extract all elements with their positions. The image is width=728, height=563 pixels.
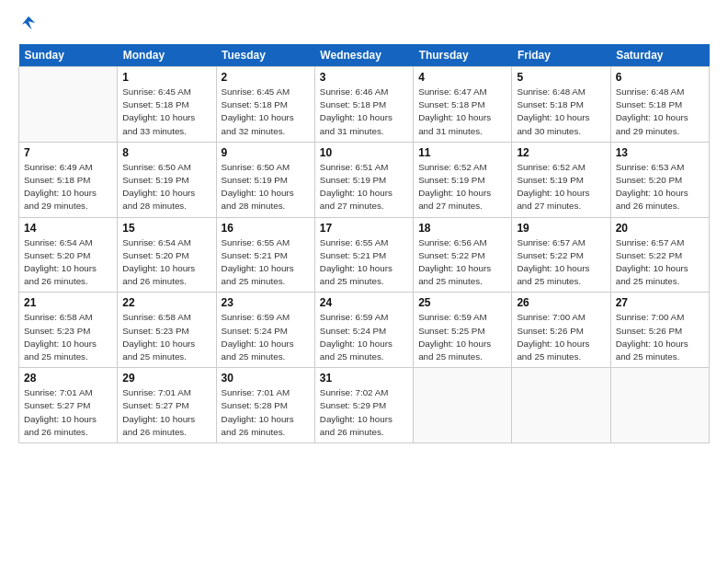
- day-info: Sunrise: 6:58 AMSunset: 5:23 PMDaylight:…: [122, 311, 210, 363]
- day-number: 5: [517, 71, 605, 84]
- calendar-week-row: 14Sunrise: 6:54 AMSunset: 5:20 PMDayligh…: [19, 217, 710, 293]
- day-info: Sunrise: 7:01 AMSunset: 5:27 PMDaylight:…: [24, 386, 112, 439]
- col-header-tuesday: Tuesday: [216, 44, 314, 67]
- calendar-cell: 20Sunrise: 6:57 AMSunset: 5:22 PMDayligh…: [610, 217, 709, 293]
- calendar-cell: 25Sunrise: 6:59 AMSunset: 5:25 PMDayligh…: [414, 293, 512, 368]
- day-number: 8: [122, 146, 210, 159]
- day-number: 12: [517, 146, 605, 159]
- day-number: 18: [418, 222, 506, 235]
- calendar-header-row: SundayMondayTuesdayWednesdayThursdayFrid…: [19, 44, 710, 67]
- calendar-week-row: 28Sunrise: 7:01 AMSunset: 5:27 PMDayligh…: [19, 368, 710, 443]
- day-info: Sunrise: 6:48 AMSunset: 5:18 PMDaylight:…: [517, 86, 605, 138]
- day-info: Sunrise: 6:55 AMSunset: 5:21 PMDaylight:…: [222, 236, 310, 289]
- day-info: Sunrise: 6:47 AMSunset: 5:18 PMDaylight:…: [418, 86, 506, 138]
- calendar-week-row: 7Sunrise: 6:49 AMSunset: 5:18 PMDaylight…: [19, 142, 710, 217]
- page: SundayMondayTuesdayWednesdayThursdayFrid…: [0, 0, 728, 563]
- calendar-cell: 19Sunrise: 6:57 AMSunset: 5:22 PMDayligh…: [512, 217, 610, 293]
- day-info: Sunrise: 6:49 AMSunset: 5:18 PMDaylight:…: [24, 161, 112, 213]
- calendar-cell: 4Sunrise: 6:47 AMSunset: 5:18 PMDaylight…: [414, 67, 512, 143]
- day-info: Sunrise: 6:55 AMSunset: 5:21 PMDaylight:…: [320, 236, 408, 289]
- day-info: Sunrise: 6:52 AMSunset: 5:19 PMDaylight:…: [517, 161, 605, 213]
- calendar-cell: 28Sunrise: 7:01 AMSunset: 5:27 PMDayligh…: [19, 368, 118, 443]
- calendar-cell: 22Sunrise: 6:58 AMSunset: 5:23 PMDayligh…: [118, 293, 216, 368]
- col-header-friday: Friday: [512, 44, 610, 67]
- day-info: Sunrise: 7:02 AMSunset: 5:29 PMDaylight:…: [320, 386, 408, 439]
- calendar-table: SundayMondayTuesdayWednesdayThursdayFrid…: [18, 44, 710, 443]
- calendar-cell: 23Sunrise: 6:59 AMSunset: 5:24 PMDayligh…: [216, 293, 314, 368]
- day-info: Sunrise: 6:54 AMSunset: 5:20 PMDaylight:…: [24, 236, 112, 289]
- day-info: Sunrise: 6:59 AMSunset: 5:24 PMDaylight:…: [320, 311, 408, 363]
- calendar-cell: 11Sunrise: 6:52 AMSunset: 5:19 PMDayligh…: [414, 142, 512, 217]
- header: [18, 17, 710, 31]
- day-info: Sunrise: 6:57 AMSunset: 5:22 PMDaylight:…: [517, 236, 605, 289]
- day-number: 26: [517, 296, 605, 309]
- day-number: 9: [222, 146, 310, 159]
- day-number: 1: [122, 71, 210, 84]
- calendar-cell: 3Sunrise: 6:46 AMSunset: 5:18 PMDaylight…: [314, 67, 413, 143]
- logo-bird-icon: [20, 15, 37, 31]
- day-info: Sunrise: 6:51 AMSunset: 5:19 PMDaylight:…: [320, 161, 408, 213]
- calendar-cell: 21Sunrise: 6:58 AMSunset: 5:23 PMDayligh…: [19, 293, 118, 368]
- calendar-cell: 7Sunrise: 6:49 AMSunset: 5:18 PMDaylight…: [19, 142, 118, 217]
- day-number: 20: [616, 222, 704, 235]
- day-info: Sunrise: 7:01 AMSunset: 5:28 PMDaylight:…: [222, 386, 310, 439]
- calendar-week-row: 1Sunrise: 6:45 AMSunset: 5:18 PMDaylight…: [19, 67, 710, 143]
- day-number: 4: [418, 71, 506, 84]
- day-info: Sunrise: 6:52 AMSunset: 5:19 PMDaylight:…: [418, 161, 506, 213]
- day-info: Sunrise: 6:57 AMSunset: 5:22 PMDaylight:…: [616, 236, 704, 289]
- calendar-cell: 10Sunrise: 6:51 AMSunset: 5:19 PMDayligh…: [314, 142, 413, 217]
- calendar-cell: [610, 368, 709, 443]
- calendar-cell: 6Sunrise: 6:48 AMSunset: 5:18 PMDaylight…: [610, 67, 709, 143]
- calendar-cell: 5Sunrise: 6:48 AMSunset: 5:18 PMDaylight…: [512, 67, 610, 143]
- col-header-wednesday: Wednesday: [314, 44, 413, 67]
- calendar-cell: 2Sunrise: 6:45 AMSunset: 5:18 PMDaylight…: [216, 67, 314, 143]
- calendar-cell: [19, 67, 118, 143]
- day-number: 15: [122, 222, 210, 235]
- col-header-thursday: Thursday: [414, 44, 512, 67]
- day-info: Sunrise: 6:54 AMSunset: 5:20 PMDaylight:…: [122, 236, 210, 289]
- day-number: 17: [320, 222, 408, 235]
- calendar-cell: 29Sunrise: 7:01 AMSunset: 5:27 PMDayligh…: [118, 368, 216, 443]
- calendar-cell: 14Sunrise: 6:54 AMSunset: 5:20 PMDayligh…: [19, 217, 118, 293]
- day-number: 10: [320, 146, 408, 159]
- calendar-cell: 26Sunrise: 7:00 AMSunset: 5:26 PMDayligh…: [512, 293, 610, 368]
- day-info: Sunrise: 6:46 AMSunset: 5:18 PMDaylight:…: [320, 86, 408, 138]
- day-number: 19: [517, 222, 605, 235]
- day-number: 16: [222, 222, 310, 235]
- calendar-cell: 24Sunrise: 6:59 AMSunset: 5:24 PMDayligh…: [314, 293, 413, 368]
- day-number: 27: [616, 296, 704, 309]
- day-number: 14: [24, 222, 112, 235]
- day-info: Sunrise: 6:45 AMSunset: 5:18 PMDaylight:…: [122, 86, 210, 138]
- day-number: 13: [616, 146, 704, 159]
- day-info: Sunrise: 6:53 AMSunset: 5:20 PMDaylight:…: [616, 161, 704, 213]
- calendar-cell: 1Sunrise: 6:45 AMSunset: 5:18 PMDaylight…: [118, 67, 216, 143]
- calendar-cell: 31Sunrise: 7:02 AMSunset: 5:29 PMDayligh…: [314, 368, 413, 443]
- day-number: 21: [24, 296, 112, 309]
- logo: [18, 17, 37, 31]
- calendar-cell: 17Sunrise: 6:55 AMSunset: 5:21 PMDayligh…: [314, 217, 413, 293]
- col-header-monday: Monday: [118, 44, 216, 67]
- calendar-cell: [414, 368, 512, 443]
- day-number: 29: [122, 372, 210, 385]
- col-header-saturday: Saturday: [610, 44, 709, 67]
- day-number: 23: [222, 296, 310, 309]
- day-info: Sunrise: 7:00 AMSunset: 5:26 PMDaylight:…: [517, 311, 605, 363]
- calendar-cell: 9Sunrise: 6:50 AMSunset: 5:19 PMDaylight…: [216, 142, 314, 217]
- calendar-cell: [512, 368, 610, 443]
- day-number: 11: [418, 146, 506, 159]
- day-info: Sunrise: 6:48 AMSunset: 5:18 PMDaylight:…: [616, 86, 704, 138]
- calendar-cell: 18Sunrise: 6:56 AMSunset: 5:22 PMDayligh…: [414, 217, 512, 293]
- col-header-sunday: Sunday: [19, 44, 118, 67]
- day-info: Sunrise: 7:00 AMSunset: 5:26 PMDaylight:…: [616, 311, 704, 363]
- day-number: 24: [320, 296, 408, 309]
- calendar-cell: 8Sunrise: 6:50 AMSunset: 5:19 PMDaylight…: [118, 142, 216, 217]
- day-number: 31: [320, 372, 408, 385]
- day-info: Sunrise: 7:01 AMSunset: 5:27 PMDaylight:…: [122, 386, 210, 439]
- day-number: 6: [616, 71, 704, 84]
- svg-marker-0: [22, 17, 35, 29]
- day-number: 25: [418, 296, 506, 309]
- day-number: 2: [222, 71, 310, 84]
- calendar-cell: 15Sunrise: 6:54 AMSunset: 5:20 PMDayligh…: [118, 217, 216, 293]
- day-info: Sunrise: 6:50 AMSunset: 5:19 PMDaylight:…: [222, 161, 310, 213]
- day-info: Sunrise: 6:56 AMSunset: 5:22 PMDaylight:…: [418, 236, 506, 289]
